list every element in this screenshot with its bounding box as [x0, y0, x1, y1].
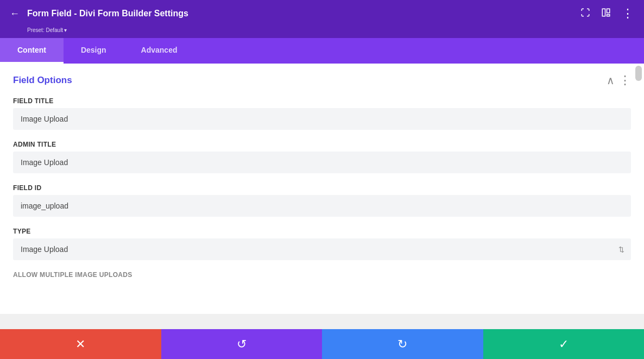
field-title-label: Field Title — [13, 97, 631, 105]
tab-design[interactable]: Design — [64, 38, 124, 64]
more-options-icon[interactable]: ⋮ — [621, 5, 635, 22]
field-id-input[interactable] — [13, 195, 631, 217]
section-menu-button[interactable]: ⋮ — [619, 74, 631, 86]
expand-icon[interactable] — [579, 7, 591, 21]
header-actions: ⋮ — [579, 5, 635, 22]
preset-selector[interactable]: Preset: Default▾ — [26, 26, 67, 34]
scroll-indicator — [635, 66, 642, 81]
admin-title-label: Admin Title — [13, 141, 631, 148]
layout-icon[interactable] — [600, 7, 612, 21]
field-id-label: Field ID — [13, 184, 631, 192]
field-title-input[interactable] — [13, 108, 631, 130]
admin-title-input[interactable] — [13, 152, 631, 173]
tab-advanced[interactable]: Advanced — [124, 38, 195, 64]
svg-rect-2 — [607, 14, 610, 16]
type-select[interactable]: Image Upload — [13, 238, 631, 260]
field-id-group: Field ID — [13, 184, 631, 217]
field-title-group: Field Title — [13, 97, 631, 130]
page-title: Form Field - Divi Form Builder Settings — [27, 9, 188, 18]
main-content: Field Options ∧ ⋮ Field Title Admin Titl… — [0, 64, 644, 314]
partial-section-label: Allow Multiple Image Uploads — [0, 271, 644, 279]
bottom-toolbar: ✕ ↺ ↻ ✓ — [0, 329, 644, 359]
tab-bar: Content Design Advanced — [0, 38, 644, 64]
section-actions: ∧ ⋮ — [607, 74, 631, 86]
type-select-wrapper: Image Upload — [13, 238, 631, 260]
section-title: Field Options — [13, 75, 72, 86]
save-button[interactable]: ✓ — [483, 329, 645, 359]
section-collapse-button[interactable]: ∧ — [607, 75, 615, 86]
field-options-section: Field Options ∧ ⋮ Field Title Admin Titl… — [0, 64, 644, 260]
admin-title-group: Admin Title — [13, 141, 631, 173]
reset-button[interactable]: ↺ — [161, 329, 323, 359]
svg-rect-0 — [602, 9, 605, 16]
tab-content[interactable]: Content — [0, 38, 64, 64]
svg-rect-1 — [607, 9, 610, 13]
type-label: Type — [13, 228, 631, 235]
refresh-button[interactable]: ↻ — [322, 329, 483, 359]
type-group: Type Image Upload — [13, 228, 631, 260]
cancel-button[interactable]: ✕ — [0, 329, 161, 359]
back-button[interactable]: ← — [9, 7, 21, 21]
